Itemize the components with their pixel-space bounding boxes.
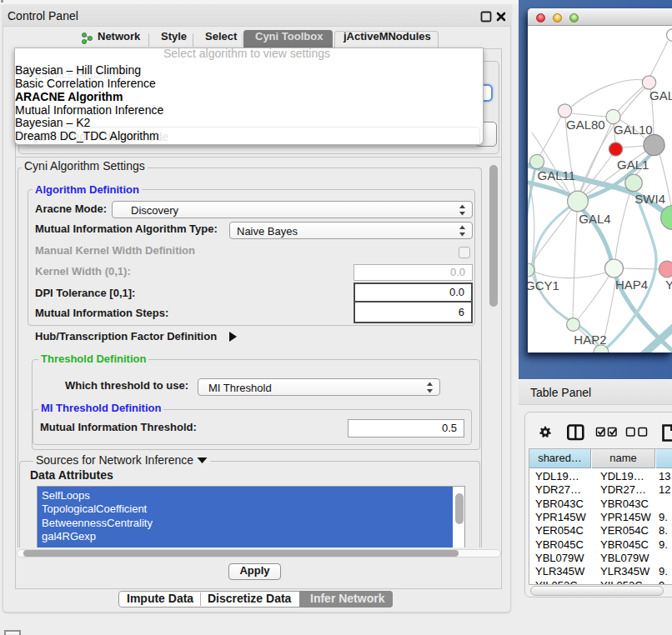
svg-text:SWI4: SWI4 [634,192,665,206]
svg-text:HAP2: HAP2 [574,332,606,347]
svg-text:GAL: GAL [649,88,672,102]
svg-text:GCY1: GCY1 [528,278,559,292]
svg-text:GAL11: GAL11 [538,168,576,182]
svg-text:GAL4: GAL4 [579,212,610,226]
svg-text:Y: Y [665,278,672,292]
svg-text:GAL10: GAL10 [614,122,653,137]
svg-text:GAL1: GAL1 [617,158,649,172]
svg-text:HAP4: HAP4 [615,278,648,292]
svg-text:GAL80: GAL80 [566,118,605,132]
